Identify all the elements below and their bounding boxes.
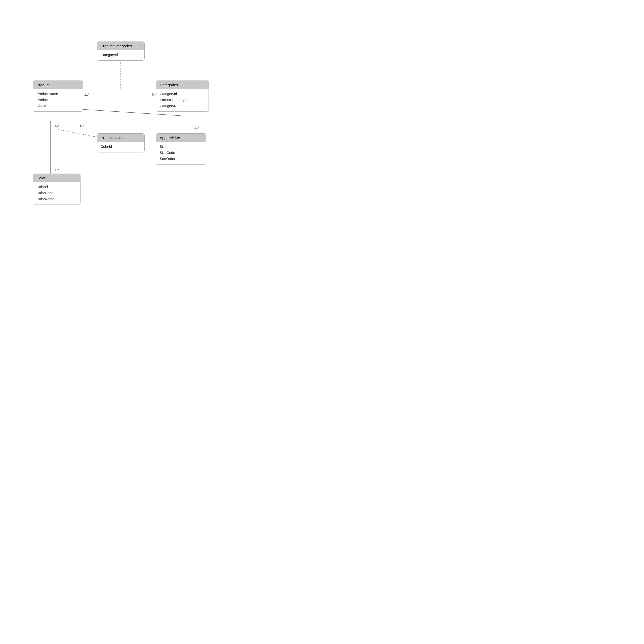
entity-product-title: Product [36,83,50,87]
cardinality-product-bottom-left: 1..* [54,124,59,128]
entity-apparelsize: ApparelSize SizeId SizeCode SortOrder [156,133,206,165]
cardinality-product-left: 1..* [84,93,89,96]
attr-colorname: ColorName [36,196,77,202]
entity-color-title: Color [36,176,46,180]
attr-categoryid-pc: CategoryId [101,52,141,58]
attr-sizeid-as: SizeId [160,144,203,150]
attr-sizecode: SizeCode [160,150,203,156]
entity-productcategories-title: ProductCategories [101,44,132,48]
entity-color-body: ColorId ColorCode ColorName [33,182,80,205]
attr-categoryname: CategoryName [160,103,205,109]
entity-productcolors-body: ColorId [97,142,144,152]
entity-apparelsize-body: SizeId SizeCode SortOrder [156,142,206,164]
cardinality-categories-left: 0..* [152,93,157,96]
entity-categories-header: Categories [156,81,209,89]
attr-sizeid-product: SizeId [36,103,79,109]
cardinality-apparelsize-top: 1..* [194,126,199,130]
entity-categories-body: CategoryId ParentCategoryId CategoryName [156,89,209,111]
attr-sortorder: SortOrder [160,156,203,162]
entity-categories: Categories CategoryId ParentCategoryId C… [156,81,209,112]
entity-productcolors: ProductColors ColorId [97,133,145,152]
entity-apparelsize-title: ApparelSize [160,136,180,140]
entity-color: Color ColorId ColorCode ColorName [33,174,81,205]
diagram-container: ProductCategories CategoryId Product Pro… [0,0,267,267]
entity-apparelsize-header: ApparelSize [156,134,206,142]
entity-product: Product ProductName ProductId SizeId [33,81,83,112]
entity-productcategories: ProductCategories CategoryId [97,42,145,61]
attr-colorid: ColorId [36,184,77,190]
entity-productcolors-title: ProductColors [101,136,125,140]
entity-color-header: Color [33,174,80,182]
entity-categories-title: Categories [160,83,178,87]
entity-productcategories-header: ProductCategories [97,42,144,50]
cardinality-productcolors-top: 1..* [79,124,85,128]
entity-product-header: Product [33,81,83,89]
entity-productcolors-header: ProductColors [97,134,144,142]
attr-productname: ProductName [36,91,79,97]
cardinality-color-top: 1..* [54,168,59,172]
entity-product-body: ProductName ProductId SizeId [33,89,83,111]
entity-productcategories-body: CategoryId [97,50,144,60]
attr-parentcategoryid: ParentCategoryId [160,97,205,103]
attr-productid: ProductId [36,97,79,103]
attr-colorid-pc: ColorId [101,144,141,150]
attr-categoryid-cat: CategoryId [160,91,205,97]
attr-colorcode: ColorCode [36,190,77,196]
